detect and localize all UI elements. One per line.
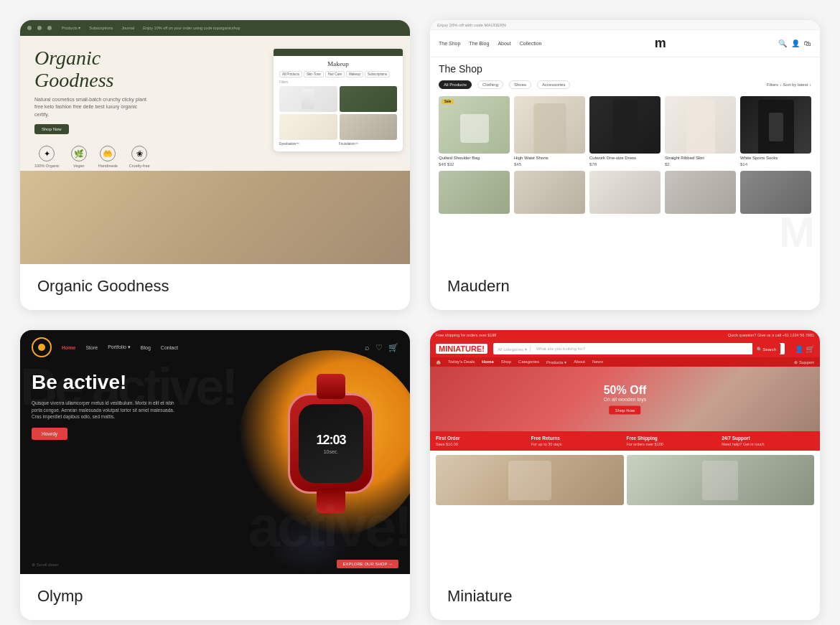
card-olymp[interactable]: Home Store Portfolio ▾ Blog Contact ⌕ ♡ …: [20, 330, 410, 620]
mini-hero-cta: Shop Now: [610, 406, 641, 415]
mini-benefit-2: Free Returns For up to 30 days: [531, 436, 624, 446]
maudern-nav-shop: The Shop: [439, 41, 460, 46]
cart-icon: 🛒: [388, 343, 398, 352]
mini-benefit-4: 24/7 Support Need help? Get in touch: [722, 436, 814, 446]
maudern-filter-row: All Products Clothing Shoes Accessories …: [430, 77, 820, 92]
search-icon: 🔍: [778, 39, 787, 47]
maudern-topbar-text: Enjoy 20% off with code MAUDERN: [437, 23, 506, 27]
mini-benefits: First Order Save $10.00 Free Returns For…: [430, 431, 820, 451]
card-label-miniature: Miniature: [430, 574, 820, 620]
filter-shoes: Shoes: [509, 80, 531, 89]
olymp-nav-portfolio: Portfolio ▾: [108, 344, 131, 350]
olymp-scroll-label: ⊕ Scroll down: [32, 562, 59, 567]
mini-hero-title: 50% Off: [604, 384, 647, 397]
preview-olymp: Home Store Portfolio ▾ Blog Contact ⌕ ♡ …: [20, 330, 410, 574]
olymp-hero: Be active! Be active! Quisque viverra ul…: [20, 365, 410, 447]
card-miniature[interactable]: Free shipping for orders over $198 Quick…: [430, 330, 820, 620]
mini-topbar-left: Free shipping for orders over $198: [436, 333, 496, 337]
mini-products: [430, 451, 820, 509]
organic-subtitle: Natural cosmetics small-batch crunchy cl…: [34, 96, 149, 119]
card-organic-goodness[interactable]: Products ▾ Subscriptions Journal Enjoy 1…: [20, 20, 410, 310]
filter-accessories: Accessories: [537, 80, 570, 89]
maudern-product-row-2: [430, 171, 820, 214]
mini-subnav-deals: Today's Deals: [448, 360, 475, 365]
mini-search-btn: 🔍 Search: [752, 343, 781, 354]
mini-benefit-sub-3: For orders over $100: [627, 442, 719, 446]
mini-hero-sub: On all wooden toys: [604, 397, 647, 402]
wishlist-icon: ♡: [375, 343, 383, 352]
olymp-watch-label: 10sec.: [324, 449, 339, 454]
olymp-watermark: active!: [248, 494, 410, 560]
mini-search-placeholder: What are you looking for?: [536, 347, 585, 351]
maudern-page-title: The Shop: [430, 57, 820, 77]
organic-cta: Shop Now: [34, 124, 69, 134]
mini-subnav-news: News: [592, 360, 603, 365]
filter-clothing: Clothing: [477, 80, 503, 89]
olymp-nav-blog: Blog: [141, 345, 151, 350]
card-label-olymp: Olymp: [20, 574, 410, 620]
mini-subnav-home-link: Home: [482, 360, 494, 365]
olymp-nav-home: Home: [62, 345, 75, 350]
organic-nav: Products ▾ Subscriptions Journal Enjoy 1…: [20, 20, 410, 36]
olymp-watch-face: 12:03 10sec.: [288, 393, 374, 494]
product-1: Sale Quilted Shoulder Bag $48 $32: [439, 96, 510, 166]
mini-nav: MINIATURE! All categories ▾ What are you…: [430, 340, 820, 357]
mini-benefit-title-4: 24/7 Support: [722, 436, 814, 441]
mini-subnav-home: 🏠: [436, 360, 441, 365]
mini-topbar: Free shipping for orders over $198 Quick…: [430, 330, 820, 340]
mini-hero: 50% Off On all wooden toys Shop Now: [430, 367, 820, 431]
olymp-explore-btn: EXPLORE OUR SHOP →: [337, 560, 398, 568]
mini-hero-overlay: 50% Off On all wooden toys Shop Now: [604, 384, 647, 415]
preview-organic: Products ▾ Subscriptions Journal Enjoy 1…: [20, 20, 410, 264]
card-label-organic: Organic Goodness: [20, 264, 410, 310]
olymp-nav-contact: Contact: [161, 345, 178, 350]
mini-benefit-sub-4: Need help? Get in touch: [722, 442, 814, 446]
preview-miniature: Free shipping for orders over $198 Quick…: [430, 330, 820, 574]
card-maudern[interactable]: Enjoy 20% off with code MAUDERN The Shop…: [430, 20, 820, 310]
mini-benefit-title-3: Free Shipping: [627, 436, 719, 441]
mini-benefit-title-2: Free Returns: [531, 436, 624, 441]
olymp-tagline: Be active!: [32, 372, 398, 394]
product-2: High Waist Shorts $45: [514, 96, 585, 166]
search-icon: ⌕: [365, 343, 370, 352]
organic-overlay-card: Makeup All Products Skin Tone Hair Care …: [274, 49, 403, 151]
olymp-watch-time: 12:03: [316, 433, 345, 448]
mini-benefit-3: Free Shipping For orders over $100: [627, 436, 719, 446]
mini-benefit-sub-2: For up to 30 days: [531, 442, 624, 446]
maudern-nav-about: About: [498, 41, 510, 46]
theme-grid: Products ▾ Subscriptions Journal Enjoy 1…: [0, 0, 840, 625]
olymp-logo: [32, 337, 52, 357]
maudern-nav: The Shop The Blog About Collection m 🔍 👤…: [430, 30, 820, 57]
mini-search: All categories ▾ What are you looking fo…: [493, 343, 785, 354]
maudern-product-row-1: Sale Quilted Shoulder Bag $48 $32 High W…: [430, 92, 820, 171]
maudern-nav-icons: 🔍 👤 🛍: [778, 39, 811, 47]
card-label-maudern: Maudern: [430, 264, 820, 310]
product-3: Cutwork One-size Dress $78: [589, 96, 661, 166]
mini-subnav-support: ⊕ Support: [794, 360, 814, 365]
olymp-nav-icons: ⌕ ♡ 🛒: [365, 343, 398, 352]
mini-benefit-sub-1: Save $10.00: [436, 442, 528, 446]
maudern-watermark: M: [779, 207, 813, 257]
product-4: Straight Ribbed Skirt $2.: [665, 96, 736, 166]
mini-product-img-2: [627, 455, 815, 505]
olymp-cta: Howrdy: [32, 428, 67, 440]
maudern-nav-blog: The Blog: [469, 41, 489, 46]
mini-product-img-1: [436, 455, 624, 505]
cart-icon: 🛍: [804, 39, 811, 47]
product-5: White Sports Socks $14: [740, 96, 811, 166]
olymp-nav-store: Store: [85, 345, 98, 350]
mini-benefit-title-1: First Order: [436, 436, 528, 441]
mini-subnav-about: About: [574, 360, 585, 365]
maudern-nav-collection: Collection: [520, 41, 542, 46]
maudern-logo: m: [655, 36, 666, 51]
maudern-filter-right: Filters ↓ Sort by latest ↓: [767, 83, 811, 87]
mini-subnav: 🏠 Today's Deals Home Shop Categories Pro…: [430, 357, 820, 367]
mini-topbar-right: Quick question? Give us a call +61 1234 …: [728, 333, 814, 337]
account-icon: 👤: [791, 39, 800, 47]
maudern-topbar: Enjoy 20% off with code MAUDERN: [430, 20, 820, 30]
mini-subnav-shop: Shop: [501, 360, 511, 365]
mini-subnav-categories: Categories: [518, 360, 539, 365]
mini-benefit-1: First Order Save $10.00: [436, 436, 528, 446]
mini-logo: MINIATURE!: [436, 344, 487, 354]
mini-subnav-products: Products ▾: [546, 360, 566, 365]
